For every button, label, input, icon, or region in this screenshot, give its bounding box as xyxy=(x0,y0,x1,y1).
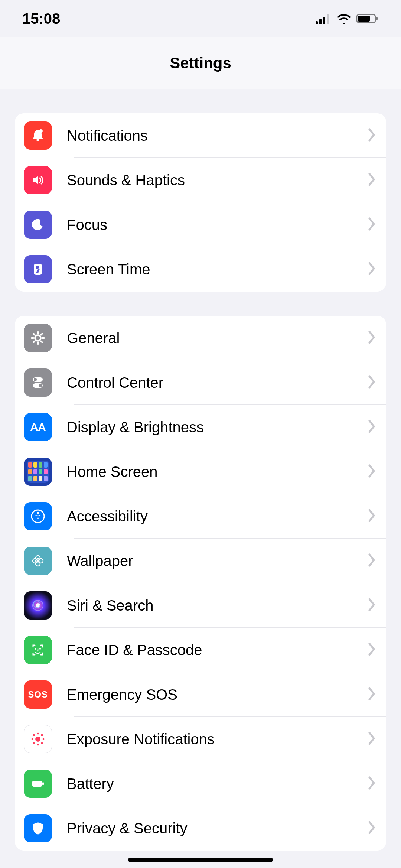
sounds-icon xyxy=(24,166,52,194)
wifi-icon xyxy=(336,13,351,24)
settings-row-controlcenter[interactable]: Control Center xyxy=(15,360,386,405)
svg-point-24 xyxy=(37,512,39,514)
svg-point-36 xyxy=(37,733,39,735)
svg-point-42 xyxy=(33,742,35,744)
display-icon: AA xyxy=(24,413,52,441)
status-time: 15:08 xyxy=(22,10,60,27)
svg-line-17 xyxy=(41,334,43,335)
chevron-right-icon xyxy=(368,776,377,791)
controlcenter-icon xyxy=(24,368,52,397)
svg-point-31 xyxy=(36,603,40,608)
chevron-right-icon xyxy=(368,687,377,702)
settings-row-notifications[interactable]: Notifications xyxy=(15,113,386,158)
chevron-right-icon xyxy=(368,553,377,568)
svg-point-33 xyxy=(35,648,36,650)
settings-row-sos[interactable]: SOSEmergency SOS xyxy=(15,672,386,717)
svg-point-29 xyxy=(39,559,43,563)
svg-rect-6 xyxy=(376,17,378,20)
accessibility-icon xyxy=(24,502,52,530)
battery-icon xyxy=(24,770,52,798)
settings-row-sounds[interactable]: Sounds & Haptics xyxy=(15,158,386,202)
settings-row-label: Home Screen xyxy=(67,464,368,480)
settings-row-label: Face ID & Passcode xyxy=(67,642,368,659)
settings-group: GeneralControl CenterAADisplay & Brightn… xyxy=(15,316,386,851)
settings-row-label: Accessibility xyxy=(67,508,368,525)
settings-row-label: Control Center xyxy=(67,374,368,391)
settings-row-label: Sounds & Haptics xyxy=(67,172,368,189)
svg-point-28 xyxy=(33,559,37,563)
svg-point-7 xyxy=(39,129,43,133)
settings-list[interactable]: NotificationsSounds & HapticsFocusScreen… xyxy=(0,113,401,851)
svg-point-20 xyxy=(34,378,37,381)
settings-row-label: General xyxy=(67,330,368,347)
svg-point-35 xyxy=(35,737,40,742)
settings-row-label: Exposure Notifications xyxy=(67,731,368,748)
chevron-right-icon xyxy=(368,331,377,345)
svg-line-15 xyxy=(33,334,35,335)
settings-row-label: Screen Time xyxy=(67,261,368,278)
svg-rect-44 xyxy=(32,781,42,787)
siri-icon xyxy=(24,591,52,620)
svg-rect-8 xyxy=(36,139,39,141)
svg-point-43 xyxy=(41,742,43,744)
settings-row-label: Emergency SOS xyxy=(67,686,368,703)
sos-icon: SOS xyxy=(24,680,52,709)
svg-point-39 xyxy=(43,738,45,740)
settings-row-label: Siri & Search xyxy=(67,597,368,614)
settings-row-faceid[interactable]: Face ID & Passcode xyxy=(15,628,386,672)
faceid-icon xyxy=(24,636,52,664)
settings-row-label: Wallpaper xyxy=(67,553,368,569)
svg-rect-2 xyxy=(323,17,325,24)
svg-rect-45 xyxy=(42,782,44,785)
settings-row-exposure[interactable]: Exposure Notifications xyxy=(15,717,386,761)
settings-row-battery[interactable]: Battery xyxy=(15,761,386,806)
settings-row-privacy[interactable]: Privacy & Security xyxy=(15,806,386,851)
privacy-icon xyxy=(24,814,52,842)
svg-point-37 xyxy=(37,744,39,746)
wallpaper-icon xyxy=(24,547,52,575)
svg-point-38 xyxy=(32,738,33,740)
status-indicators xyxy=(316,13,379,24)
settings-row-general[interactable]: General xyxy=(15,316,386,360)
settings-row-label: Privacy & Security xyxy=(67,820,368,837)
settings-row-label: Display & Brightness xyxy=(67,419,368,436)
settings-row-siri[interactable]: Siri & Search xyxy=(15,583,386,628)
svg-rect-1 xyxy=(319,19,322,24)
chevron-right-icon xyxy=(368,128,377,143)
cellular-icon xyxy=(316,13,331,24)
chevron-right-icon xyxy=(368,821,377,836)
focus-icon xyxy=(24,211,52,239)
svg-point-10 xyxy=(35,335,41,341)
chevron-right-icon xyxy=(368,732,377,747)
svg-line-16 xyxy=(41,341,43,343)
svg-rect-0 xyxy=(316,21,318,24)
settings-row-label: Notifications xyxy=(67,127,368,144)
settings-row-homescreen[interactable]: Home Screen xyxy=(15,449,386,494)
chevron-right-icon xyxy=(368,643,377,657)
chevron-right-icon xyxy=(368,217,377,232)
exposure-icon xyxy=(24,725,52,753)
chevron-right-icon xyxy=(368,598,377,613)
chevron-right-icon xyxy=(368,509,377,524)
settings-row-focus[interactable]: Focus xyxy=(15,202,386,247)
page-title: Settings xyxy=(0,37,401,89)
svg-rect-5 xyxy=(358,16,370,22)
settings-row-display[interactable]: AADisplay & Brightness xyxy=(15,405,386,449)
chevron-right-icon xyxy=(368,420,377,435)
notifications-icon xyxy=(24,121,52,150)
status-bar: 15:08 xyxy=(0,0,401,37)
settings-row-label: Focus xyxy=(67,217,368,233)
svg-point-22 xyxy=(39,384,42,387)
settings-row-wallpaper[interactable]: Wallpaper xyxy=(15,539,386,583)
chevron-right-icon xyxy=(368,375,377,390)
svg-point-40 xyxy=(33,734,35,736)
svg-point-41 xyxy=(41,734,43,736)
general-icon xyxy=(24,324,52,352)
home-indicator[interactable] xyxy=(128,858,273,862)
settings-row-accessibility[interactable]: Accessibility xyxy=(15,494,386,539)
settings-group: NotificationsSounds & HapticsFocusScreen… xyxy=(15,113,386,292)
settings-row-label: Battery xyxy=(67,776,368,792)
settings-row-screentime[interactable]: Screen Time xyxy=(15,247,386,292)
svg-point-34 xyxy=(39,648,41,650)
screentime-icon xyxy=(24,255,52,283)
